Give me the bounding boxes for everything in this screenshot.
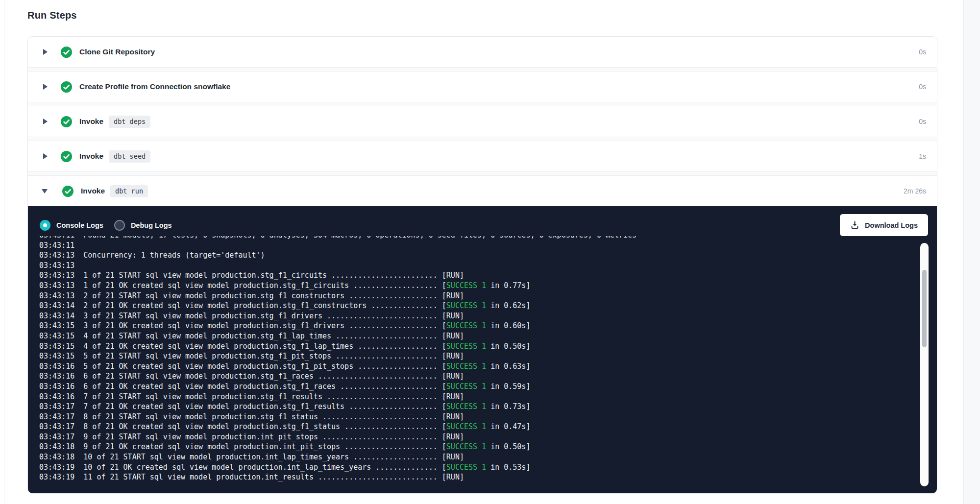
- content-left-divider: [4, 0, 4, 504]
- step-duration: 0s: [919, 118, 926, 125]
- log-line: 03:43:13 Concurrency: 1 threads (target=…: [39, 250, 937, 261]
- console-log-output[interactable]: 03:43:11 Found 21 models, 17 tests, 0 sn…: [28, 236, 937, 493]
- step-label: Clone Git Repository: [79, 48, 155, 56]
- caret-right-icon: [43, 49, 48, 55]
- console-logs-label: Console Logs: [56, 221, 103, 229]
- step-command-chip: dbt deps: [109, 116, 150, 128]
- step-row-separator: [28, 137, 937, 141]
- caret-right-icon: [43, 84, 48, 90]
- check-circle-icon: [61, 116, 72, 127]
- step-duration: 0s: [919, 83, 926, 91]
- log-line: 03:43:19 11 of 21 START sql view model p…: [39, 472, 937, 482]
- step-duration: 2m 26s: [904, 187, 926, 195]
- step-duration: 0s: [919, 48, 926, 56]
- step-label: Create Profile from Connection snowflake: [79, 82, 230, 91]
- log-line: 03:43:17 7 of 21 OK created sql view mod…: [39, 402, 937, 412]
- page-title: Run Steps: [0, 0, 980, 21]
- step-label: Invoke: [79, 117, 103, 126]
- run-step-row[interactable]: Invoke dbt seed 1s: [28, 141, 937, 171]
- log-scrollbar-thumb[interactable]: [922, 270, 927, 347]
- log-line: 03:43:17 8 of 21 START sql view model pr…: [39, 412, 937, 422]
- run-steps-list: Clone Git Repository 0s Create Profile f…: [28, 37, 937, 206]
- log-line: 03:43:16 6 of 21 START sql view model pr…: [39, 371, 937, 382]
- step-command-chip: dbt run: [110, 185, 148, 197]
- radio-unselected-icon: [114, 220, 125, 231]
- step-command-chip: dbt seed: [109, 150, 150, 163]
- check-circle-icon: [61, 151, 72, 162]
- caret-right-icon: [43, 153, 48, 159]
- log-line: 03:43:13 1 of 21 START sql view model pr…: [39, 270, 937, 281]
- step-label: Invoke: [81, 187, 105, 195]
- log-line: 03:43:16 7 of 21 START sql view model pr…: [39, 392, 937, 402]
- radio-selected-icon: [40, 220, 50, 231]
- step-row-separator: [28, 67, 937, 72]
- debug-logs-radio[interactable]: Debug Logs: [114, 220, 172, 231]
- log-line: 03:43:17 9 of 21 START sql view model pr…: [39, 432, 937, 442]
- step-label: Invoke: [79, 152, 103, 161]
- download-icon: [850, 220, 859, 230]
- log-line: 03:43:15 4 of 21 START sql view model pr…: [39, 331, 937, 341]
- log-line: 03:43:14 2 of 21 OK created sql view mod…: [39, 301, 937, 311]
- log-line: 03:43:17 8 of 21 OK created sql view mod…: [39, 422, 937, 432]
- page-right-gutter: [963, 0, 980, 504]
- caret-down-icon: [42, 189, 48, 193]
- log-line: 03:43:15 3 of 21 OK created sql view mod…: [39, 321, 937, 331]
- log-scrollbar-track: [920, 243, 929, 486]
- log-line: 03:43:19 10 of 21 OK created sql view mo…: [39, 462, 937, 473]
- log-line: 03:43:11: [39, 240, 937, 251]
- run-steps-page: Run Steps Clone Git Repository 0s Create…: [0, 0, 980, 504]
- run-step-row[interactable]: Clone Git Repository 0s: [28, 37, 937, 67]
- log-line: 03:43:16 5 of 21 OK created sql view mod…: [39, 361, 937, 372]
- run-step-row[interactable]: Invoke dbt run 2m 26s: [28, 176, 937, 206]
- step-duration: 1s: [919, 152, 926, 160]
- step-row-separator: [28, 102, 937, 106]
- log-line: 03:43:15 4 of 21 OK created sql view mod…: [39, 341, 937, 352]
- log-line: 03:43:11 Found 21 models, 17 tests, 0 sn…: [39, 236, 937, 240]
- log-line: 03:43:13 2 of 21 START sql view model pr…: [39, 291, 937, 301]
- download-logs-label: Download Logs: [865, 221, 918, 229]
- check-circle-icon: [61, 47, 72, 58]
- log-line: 03:43:13 1 of 21 OK created sql view mod…: [39, 281, 937, 291]
- log-line: 03:43:18 10 of 21 START sql view model p…: [39, 452, 937, 462]
- caret-right-icon: [43, 119, 48, 124]
- run-step-row[interactable]: Create Profile from Connection snowflake…: [28, 72, 937, 102]
- check-circle-icon: [61, 81, 72, 93]
- log-lines: 03:43:11 Found 21 models, 17 tests, 0 sn…: [39, 236, 937, 482]
- check-circle-icon: [62, 186, 74, 197]
- download-logs-button[interactable]: Download Logs: [840, 214, 928, 236]
- run-steps-card: Clone Git Repository 0s Create Profile f…: [27, 36, 937, 494]
- log-panel: Console Logs Debug Logs Download Logs: [28, 206, 937, 493]
- debug-logs-label: Debug Logs: [131, 221, 172, 229]
- log-panel-header: Console Logs Debug Logs Download Logs: [28, 206, 937, 236]
- step-row-separator: [28, 171, 937, 176]
- log-line: 03:43:16 6 of 21 OK created sql view mod…: [39, 382, 937, 392]
- log-line: 03:43:18 9 of 21 OK created sql view mod…: [39, 442, 937, 452]
- log-line: 03:43:15 5 of 21 START sql view model pr…: [39, 351, 937, 361]
- run-step-row[interactable]: Invoke dbt deps 0s: [28, 106, 937, 137]
- log-line: 03:43:13: [39, 261, 937, 271]
- log-line: 03:43:14 3 of 21 START sql view model pr…: [39, 311, 937, 321]
- console-logs-radio[interactable]: Console Logs: [40, 220, 103, 231]
